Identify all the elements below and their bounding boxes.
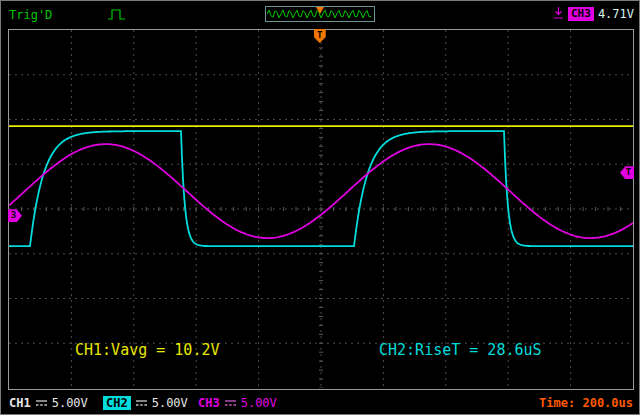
waveform-display	[9, 30, 633, 388]
ch2-measurement: CH2:RiseT = 28.6uS	[379, 341, 542, 359]
pulse-icon	[107, 7, 127, 22]
ch3-label: CH3	[198, 396, 220, 410]
graticule-area: T 3 T CH1:Vavg = 10.2V CH2:RiseT = 28.6u…	[8, 29, 634, 390]
ch1-readout: CH1 5.00V	[9, 390, 88, 415]
trigger-readout: CH3 4.71V	[553, 6, 634, 21]
ch1-measurement: CH1:Vavg = 10.2V	[75, 341, 220, 359]
trigger-status: Trig'D	[9, 8, 52, 22]
ch2-coupling-icon	[135, 398, 148, 408]
ch1-scale: 5.00V	[52, 396, 88, 410]
ch3-readout: CH3 5.00V	[198, 390, 277, 415]
record-view	[265, 6, 375, 22]
trigger-source-badge: CH3	[568, 7, 594, 21]
channel-readout-bar: CH1 5.00V CH2 5.00V CH3 5.00V Time: 200.…	[1, 390, 639, 415]
trigger-edge-icon	[553, 6, 564, 21]
status-bar: Trig'D CH3 4.71V	[1, 1, 639, 28]
ch3-scale: 5.00V	[241, 396, 277, 410]
ch2-label: CH2	[103, 396, 131, 410]
ch3-coupling-icon	[224, 398, 237, 408]
trigger-level-readout: 4.71V	[598, 7, 634, 21]
ch1-coupling-icon	[35, 398, 48, 408]
oscilloscope-screen: Trig'D CH3 4.71V T 3 T CH1:Vavg = 10.2V …	[0, 0, 640, 415]
ch2-scale: 5.00V	[152, 396, 188, 410]
ch1-label: CH1	[9, 396, 31, 410]
ch2-readout: CH2 5.00V	[103, 390, 188, 415]
timebase-readout: Time: 200.0us	[539, 390, 633, 415]
